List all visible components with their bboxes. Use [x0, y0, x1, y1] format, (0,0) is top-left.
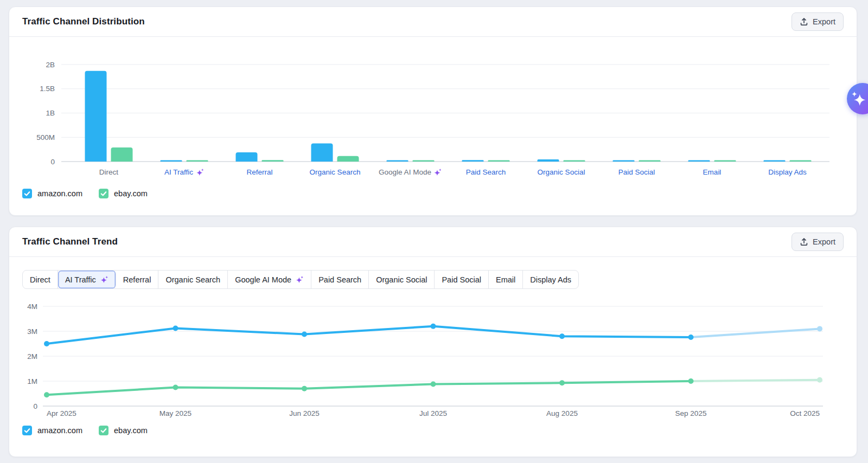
line-ebay-com[interactable]: [47, 381, 691, 395]
line-amazon-com[interactable]: [47, 326, 691, 344]
x-tick-label: Jun 2025: [289, 409, 320, 417]
tab-ai-traffic[interactable]: AI Traffic: [58, 271, 116, 288]
category-label-display-ads[interactable]: Display Ads: [768, 168, 807, 176]
point-amazon-com-jun-2025[interactable]: [302, 332, 307, 337]
y-tick-label: 4M: [27, 303, 37, 311]
bar-amazon-com-paid-search[interactable]: [462, 160, 484, 162]
point-amazon-com-jul-2025[interactable]: [431, 324, 436, 329]
legend-checkbox[interactable]: [99, 426, 108, 435]
y-tick-label: 2B: [46, 61, 55, 69]
bar-ebay-com-paid-social[interactable]: [639, 160, 661, 162]
tab-email[interactable]: Email: [489, 271, 523, 288]
distribution-export-button[interactable]: Export: [792, 12, 844, 31]
bar-amazon-com-email[interactable]: [688, 160, 710, 162]
tab-label: AI Traffic: [65, 275, 96, 284]
point-ebay-com-jul-2025[interactable]: [431, 382, 436, 387]
point-ebay-com-oct-2025[interactable]: [817, 377, 822, 383]
y-tick-label: 0: [33, 402, 37, 410]
bar-amazon-com-paid-social[interactable]: [613, 160, 635, 162]
tab-google-ai-mode[interactable]: Google AI Mode: [228, 271, 311, 288]
check-icon: [100, 190, 107, 197]
channel-tabs: DirectAI TrafficReferralOrganic SearchGo…: [22, 270, 579, 289]
export-label: Export: [813, 17, 835, 26]
legend-item-ebay-com[interactable]: ebay.com: [99, 189, 148, 198]
bar-amazon-com-display-ads[interactable]: [764, 160, 786, 162]
category-label-organic-social[interactable]: Organic Social: [538, 168, 585, 176]
legend-checkbox[interactable]: [99, 189, 108, 198]
category-label-organic-search[interactable]: Organic Search: [310, 168, 361, 176]
x-tick-label: Sep 2025: [675, 409, 707, 417]
bar-ebay-com-direct[interactable]: [111, 147, 133, 162]
tab-label: Paid Social: [442, 275, 481, 284]
trend-card: Traffic Channel Trend Export DirectAI Tr…: [9, 227, 857, 457]
tab-direct[interactable]: Direct: [23, 271, 58, 288]
tab-referral[interactable]: Referral: [116, 271, 159, 288]
x-tick-label: Oct 2025: [790, 409, 820, 417]
y-tick-label: 3M: [27, 327, 37, 336]
point-ebay-com-aug-2025[interactable]: [559, 380, 565, 385]
trend-export-button[interactable]: Export: [792, 233, 844, 251]
y-tick-label: 500M: [36, 133, 55, 142]
bar-amazon-com-organic-search[interactable]: [311, 143, 333, 162]
bar-ebay-com-ai-traffic[interactable]: [187, 160, 208, 162]
bar-category-labels: DirectAI TrafficReferralOrganic SearchGo…: [22, 165, 844, 179]
point-amazon-com-may-2025[interactable]: [173, 325, 178, 331]
legend-label: ebay.com: [114, 426, 148, 435]
point-ebay-com-apr-2025[interactable]: [44, 392, 49, 397]
point-amazon-com-aug-2025[interactable]: [559, 333, 565, 339]
tab-organic-social[interactable]: Organic Social: [369, 271, 435, 288]
bar-ebay-com-paid-search[interactable]: [488, 160, 510, 162]
ai-sparkle-icon: [100, 275, 108, 284]
bar-ebay-com-referral[interactable]: [262, 160, 284, 162]
check-icon: [100, 427, 107, 434]
bar-ebay-com-organic-search[interactable]: [337, 156, 359, 162]
y-tick-label: 1B: [46, 109, 55, 117]
line-projected-ebay-com: [691, 380, 820, 381]
category-label-paid-search[interactable]: Paid Search: [466, 168, 506, 176]
tab-label: Google AI Mode: [235, 275, 291, 284]
export-icon: [800, 237, 808, 246]
bar-amazon-com-direct[interactable]: [85, 71, 107, 162]
legend-item-amazon-com[interactable]: amazon.com: [22, 189, 82, 198]
bar-amazon-com-referral[interactable]: [236, 152, 258, 162]
tab-label: Referral: [123, 275, 151, 284]
export-icon: [800, 17, 808, 26]
tab-organic-search[interactable]: Organic Search: [158, 271, 228, 288]
tab-paid-social[interactable]: Paid Social: [435, 271, 489, 288]
bar-ebay-com-organic-social[interactable]: [564, 160, 585, 162]
tab-label: Display Ads: [530, 275, 571, 284]
distribution-title: Traffic Channel Distribution: [22, 16, 145, 27]
tab-label: Paid Search: [318, 275, 361, 284]
bar-ebay-com-email[interactable]: [714, 160, 736, 162]
tab-display-ads[interactable]: Display Ads: [523, 271, 578, 288]
distribution-header: Traffic Channel Distribution Export: [9, 7, 857, 37]
tab-paid-search[interactable]: Paid Search: [311, 271, 369, 288]
bar-ebay-com-display-ads[interactable]: [790, 160, 812, 162]
category-label-ai-traffic[interactable]: AI Traffic: [164, 168, 204, 176]
trend-body: DirectAI TrafficReferralOrganic SearchGo…: [9, 257, 857, 435]
category-label-direct: Direct: [99, 168, 118, 176]
legend-item-ebay-com[interactable]: ebay.com: [99, 426, 148, 435]
x-tick-label: Apr 2025: [47, 409, 76, 417]
export-label: Export: [813, 237, 835, 246]
legend-checkbox[interactable]: [22, 189, 32, 198]
point-ebay-com-sep-2025[interactable]: [688, 378, 694, 384]
legend-item-amazon-com[interactable]: amazon.com: [22, 426, 82, 435]
category-label-referral[interactable]: Referral: [246, 168, 272, 176]
trend-title: Traffic Channel Trend: [22, 236, 118, 247]
point-amazon-com-apr-2025[interactable]: [44, 341, 49, 346]
point-amazon-com-sep-2025[interactable]: [688, 335, 694, 340]
category-label-paid-social[interactable]: Paid Social: [618, 168, 655, 176]
bar-amazon-com-ai-traffic[interactable]: [161, 160, 182, 162]
bar-ebay-com-google-ai-mode[interactable]: [413, 160, 435, 162]
y-tick-label: 0: [50, 158, 55, 165]
category-label-email[interactable]: Email: [703, 168, 722, 176]
bar-amazon-com-organic-social[interactable]: [538, 159, 559, 162]
point-ebay-com-jun-2025[interactable]: [302, 386, 307, 391]
tab-label: Direct: [30, 275, 50, 284]
check-icon: [23, 427, 31, 434]
point-amazon-com-oct-2025[interactable]: [817, 326, 822, 331]
legend-checkbox[interactable]: [22, 426, 32, 435]
point-ebay-com-may-2025[interactable]: [173, 385, 178, 390]
bar-amazon-com-google-ai-mode[interactable]: [387, 160, 409, 162]
